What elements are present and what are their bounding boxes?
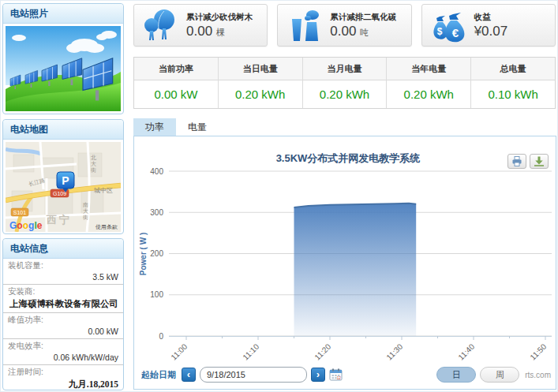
energy-stats-table: 当前功率 0.00 kW 当日电量 0.20 kWh 当月电量 0.20 kWh… xyxy=(133,57,556,109)
stat-monthly-energy: 当月电量 0.20 kWh xyxy=(302,58,387,108)
svg-text:G109: G109 xyxy=(53,191,66,196)
prev-day-button[interactable]: ‹ xyxy=(182,368,196,382)
district-label: 城中区 xyxy=(93,187,113,194)
solar-dashboard-page: 电站照片 xyxy=(0,0,558,392)
svg-text:300: 300 xyxy=(150,208,163,217)
svg-text:€: € xyxy=(451,26,459,39)
cooling-towers-icon xyxy=(286,8,324,43)
svg-text:0: 0 xyxy=(159,332,163,341)
start-date-label: 起始日期 xyxy=(141,369,176,381)
station-map-title: 电站地图 xyxy=(3,120,123,140)
card-income: $ € 收益 ¥0.07 xyxy=(421,4,556,47)
street-label-2: 北大街 xyxy=(91,155,96,174)
svg-text:P: P xyxy=(62,174,69,187)
trees-icon xyxy=(142,8,180,43)
info-row-registered: 注册时间: 九月.18,2015 xyxy=(3,365,123,392)
street-label-3: 南大街 xyxy=(83,202,88,221)
svg-text:12: 12 xyxy=(337,376,342,380)
printer-icon xyxy=(511,156,522,166)
stat-total-energy: 总电量 0.10 kWh xyxy=(470,58,555,108)
download-icon xyxy=(534,156,545,166)
station-map-panel: 电站地图 xyxy=(2,119,124,234)
info-row-efficiency: 发电效率: 0.06 kWh/kW/day xyxy=(3,339,123,365)
svg-text:Power ( W ): Power ( W ) xyxy=(139,233,148,275)
chart-export-buttons xyxy=(507,154,549,169)
svg-text:$: $ xyxy=(436,26,442,37)
solar-panels-photo xyxy=(6,26,121,111)
chart-tabs: 功率 电量 xyxy=(133,118,219,136)
road-badge-s101: S101 xyxy=(11,208,28,216)
start-date-input[interactable] xyxy=(200,367,307,383)
power-chart-panel: 010020030040011:0011:1011:2011:3011:4011… xyxy=(133,136,556,390)
svg-text:400: 400 xyxy=(150,167,163,176)
svg-text:11:30: 11:30 xyxy=(384,342,404,361)
info-row-capacity: 装机容量: 3.5 kW xyxy=(3,259,123,285)
svg-text:S101: S101 xyxy=(13,210,26,215)
next-day-button[interactable]: › xyxy=(311,368,325,382)
card-trees-saved: 累计减少砍伐树木 0.00 棵 xyxy=(133,4,268,47)
info-row-peak-power: 峰值功率: 0.00 kW xyxy=(3,313,123,339)
stat-daily-energy: 当日电量 0.20 kWh xyxy=(218,58,302,108)
tab-power[interactable]: 功率 xyxy=(133,118,176,136)
summary-cards: 累计减少砍伐树木 0.00 棵 累计减排二氧化碳 0.00 吨 $ xyxy=(133,4,556,47)
calendar-icon[interactable]: 12 xyxy=(329,368,343,381)
chart-watermark: rts.com xyxy=(525,371,551,379)
print-chart-button[interactable] xyxy=(507,154,526,169)
svg-text:200: 200 xyxy=(150,249,163,258)
tab-energy[interactable]: 电量 xyxy=(176,118,219,136)
week-range-button[interactable]: 周 xyxy=(480,367,519,383)
city-label: 西宁 xyxy=(46,214,72,226)
svg-text:11:10: 11:10 xyxy=(241,342,260,361)
station-info-title: 电站信息 xyxy=(3,239,123,259)
stat-current-power: 当前功率 0.00 kW xyxy=(134,58,218,108)
date-toolbar: 起始日期 ‹ › 12 日 周 rts.com xyxy=(141,366,551,383)
card-co2-reduced: 累计减排二氧化碳 0.00 吨 xyxy=(277,4,411,47)
station-info-panel: 电站信息 装机容量: 3.5 kW 安装商: 上海硕博科教设备有限公司 峰值功率… xyxy=(2,238,124,390)
google-map[interactable]: G109 S101 长江路 北大街 南大街 城中区 西宁 P Google 使用… xyxy=(6,142,121,232)
station-photo-title: 电站照片 xyxy=(3,4,123,24)
svg-text:11:00: 11:00 xyxy=(169,342,189,361)
money-bags-icon: $ € xyxy=(430,8,468,43)
station-photo-panel: 电站照片 xyxy=(2,3,124,114)
google-logo[interactable]: Google xyxy=(9,220,43,231)
station-map[interactable]: G109 S101 长江路 北大街 南大街 城中区 西宁 P Google 使用… xyxy=(3,140,123,237)
station-photo-image xyxy=(3,24,123,117)
map-terms-link[interactable]: 使用条款 xyxy=(95,224,118,230)
svg-text:100: 100 xyxy=(150,290,163,299)
svg-text:11:40: 11:40 xyxy=(456,342,476,361)
svg-text:11:50: 11:50 xyxy=(528,342,548,361)
info-row-installer: 安装商: 上海硕博科教设备有限公司 xyxy=(3,285,123,313)
svg-text:11:20: 11:20 xyxy=(313,342,332,361)
svg-text:3.5KW分布式并网发电教学系统: 3.5KW分布式并网发电教学系统 xyxy=(276,152,421,164)
stat-yearly-energy: 当年电量 0.20 kWh xyxy=(386,58,470,108)
download-chart-button[interactable] xyxy=(530,154,549,169)
day-range-button[interactable]: 日 xyxy=(436,367,476,383)
power-area-chart: 010020030040011:0011:1011:2011:3011:4011… xyxy=(137,140,553,364)
